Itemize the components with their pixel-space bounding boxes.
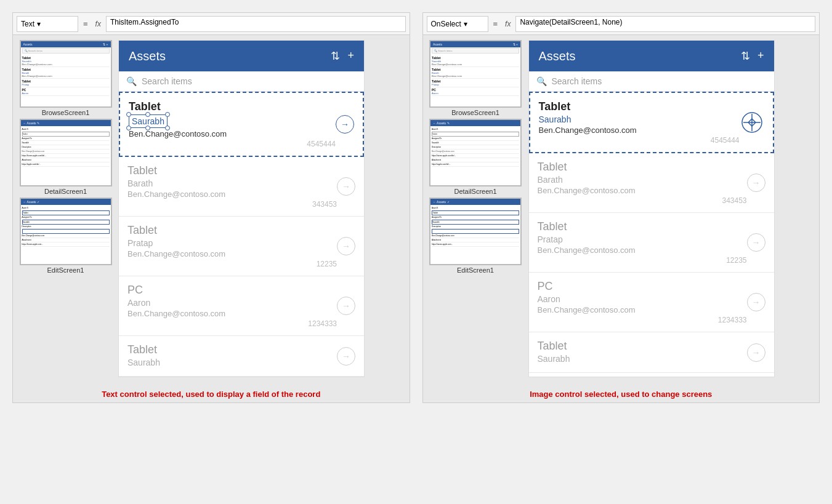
right-panel: OnSelect ▾ = fx Navigate(DetailScreen1, … — [422, 12, 820, 403]
right-edit-thumbnail[interactable]: ← Assets ✓ Asset S Tablet Assigned To Sa… — [429, 198, 522, 265]
right-app-title: Assets — [539, 49, 576, 63]
right-item-3-arrow[interactable]: → — [747, 293, 765, 311]
mini-body-browse: TabletSaurabhBen.Change@contoso.com Tabl… — [21, 54, 111, 106]
main-container: Text ▾ = fx ThisItem.AssignedTo Assets — [6, 6, 826, 409]
left-formula-bar: Text ▾ = fx ThisItem.AssignedTo — [13, 13, 410, 35]
right-item-2-title: Tablet — [538, 220, 747, 233]
right-search-placeholder: Search items — [552, 76, 602, 86]
right-formula-input[interactable]: Navigate(DetailScreen1, None) — [515, 16, 815, 32]
right-item-0-assigned: Saurabh — [539, 114, 740, 124]
left-item-0-arrow[interactable]: → — [336, 115, 354, 134]
right-item-0-crosshair[interactable] — [740, 110, 764, 135]
left-list-item-0[interactable]: Tablet Saurabh — [119, 92, 364, 157]
mini-body-detail: Asset S Tablet Assigned To Saurabh Descr… — [21, 126, 111, 185]
right-caption: Image control selected, used to change s… — [530, 390, 712, 399]
sort-icon[interactable]: ⇅ — [331, 49, 340, 63]
left-item-4-arrow[interactable]: → — [337, 347, 355, 366]
handle-br[interactable] — [165, 126, 170, 130]
left-list-item-2[interactable]: Tablet Pratap Ben.Change@contoso.com 122… — [119, 217, 364, 276]
right-item-2-number: 12235 — [538, 256, 747, 265]
right-item-4-arrow[interactable]: → — [747, 343, 765, 362]
left-caption: Text control selected, used to display a… — [102, 390, 320, 399]
right-browse-thumbnail[interactable]: Assets ⇅ + 🔍 Search items TabletSaurabhB… — [429, 40, 522, 108]
handle-bl[interactable] — [126, 126, 131, 130]
right-app-icons: ⇅ + — [741, 49, 764, 63]
left-edit-label: EditScreen1 — [47, 266, 84, 274]
right-sort-icon[interactable]: ⇅ — [741, 49, 750, 63]
left-browse-thumbnail[interactable]: Assets ⇅ + 🔍 Search items TabletSaurabhB… — [20, 40, 112, 108]
mini-body-edit: Asset S Tablet Assigned To Saurabh Descr… — [21, 205, 111, 264]
right-search-icon: 🔍 — [536, 76, 547, 86]
right-formula-bar: OnSelect ▾ = fx Navigate(DetailScreen1, … — [423, 13, 820, 35]
left-item-0-content: Tablet Saurabh — [129, 100, 336, 148]
right-item-4-title: Tablet — [538, 340, 747, 353]
left-edit-thumbnail[interactable]: ← Assets ✓ Asset S Tablet Assigned To Sa… — [20, 198, 112, 265]
left-list-item-1[interactable]: Tablet Barath Ben.Change@contoso.com 343… — [119, 157, 364, 217]
right-app-header: Assets ⇅ + — [529, 41, 774, 71]
left-item-2-assigned: Pratap — [127, 238, 337, 248]
right-item-1-arrow[interactable]: → — [747, 174, 765, 192]
left-detail-thumbnail[interactable]: ← Assets ✎ Asset S Tablet Assigned To Sa… — [20, 119, 112, 186]
right-sidebar-detail[interactable]: ← Assets ✎ Asset S Tablet Assigned To Sa… — [428, 119, 523, 195]
left-equals: = — [81, 19, 91, 28]
left-app-title: Assets — [129, 49, 166, 63]
left-sidebar-browse[interactable]: Assets ⇅ + 🔍 Search items TabletSaurabhB… — [18, 40, 113, 116]
left-item-4-title: Tablet — [127, 343, 337, 356]
left-item-1-title: Tablet — [127, 164, 337, 177]
right-sidebar-browse[interactable]: Assets ⇅ + 🔍 Search items TabletSaurabhB… — [428, 40, 523, 116]
left-list-item-4[interactable]: Tablet Saurabh → — [119, 336, 364, 377]
left-item-3-arrow[interactable]: → — [337, 297, 355, 315]
right-list-item-3[interactable]: PC Aaron Ben.Change@contoso.com 1234333 … — [529, 273, 774, 332]
left-item-0-assigned: Saurabh — [132, 116, 164, 126]
right-item-1-assigned: Barath — [538, 175, 747, 185]
right-equals: = — [491, 19, 501, 28]
left-sidebar-detail[interactable]: ← Assets ✎ Asset S Tablet Assigned To Sa… — [18, 119, 113, 195]
right-mini-body-edit: Asset S Tablet Assigned To Saurabh Descr… — [430, 205, 520, 264]
right-list-item-0[interactable]: Tablet Saurabh Ben.Change@contoso.com 45… — [529, 92, 774, 153]
left-item-1-arrow[interactable]: → — [337, 177, 355, 196]
left-panel: Text ▾ = fx ThisItem.AssignedTo Assets — [12, 12, 410, 403]
right-sidebar: Assets ⇅ + 🔍 Search items TabletSaurabhB… — [428, 40, 523, 377]
left-item-0-number: 4545444 — [129, 140, 336, 148]
add-icon[interactable]: + — [347, 49, 354, 63]
right-browse-label: BrowseScreen1 — [451, 109, 499, 116]
handle-tr[interactable] — [165, 112, 170, 117]
right-item-3-title: PC — [538, 280, 747, 293]
crosshair-svg — [741, 111, 763, 134]
right-dropdown-arrow: ▾ — [464, 20, 467, 28]
mini-header-detail: ← Assets ✎ — [21, 120, 111, 126]
left-item-4-assigned: Saurabh — [127, 358, 337, 367]
left-item-4-content: Tablet Saurabh — [127, 343, 337, 369]
right-detail-thumbnail[interactable]: ← Assets ✎ Asset S Tablet Assigned To Sa… — [429, 119, 522, 186]
left-app-icons: ⇅ + — [331, 49, 354, 63]
left-formula-dropdown[interactable]: Text ▾ — [17, 16, 78, 32]
left-search-bar[interactable]: 🔍 Search items — [119, 71, 364, 92]
left-sidebar: Assets ⇅ + 🔍 Search items TabletSaurabhB… — [18, 40, 113, 377]
right-detail-label: DetailScreen1 — [454, 188, 496, 195]
left-search-placeholder: Search items — [142, 76, 192, 86]
left-formula-input[interactable]: ThisItem.AssignedTo — [106, 16, 406, 32]
right-mini-header-detail: ← Assets ✎ — [430, 120, 520, 126]
left-sidebar-edit[interactable]: ← Assets ✓ Asset S Tablet Assigned To Sa… — [18, 198, 113, 274]
right-sidebar-edit[interactable]: ← Assets ✓ Asset S Tablet Assigned To Sa… — [428, 198, 523, 274]
right-add-icon[interactable]: + — [757, 49, 764, 63]
handle-tl[interactable] — [126, 112, 131, 117]
left-list-item-3[interactable]: PC Aaron Ben.Change@contoso.com 1234333 … — [119, 276, 364, 336]
right-list-item-1[interactable]: Tablet Barath Ben.Change@contoso.com 343… — [529, 153, 774, 213]
right-fx: fx — [503, 20, 513, 28]
left-browse-label: BrowseScreen1 — [42, 109, 90, 116]
left-item-3-email: Ben.Change@contoso.com — [127, 309, 337, 318]
right-mini-body-detail: Asset S Tablet Assigned To Saurabh Descr… — [430, 126, 520, 185]
right-item-2-arrow[interactable]: → — [747, 233, 765, 252]
right-list-item-4[interactable]: Tablet Saurabh → — [529, 332, 774, 373]
right-formula-dropdown[interactable]: OnSelect ▾ — [427, 16, 488, 32]
mini-header-browse: Assets ⇅ + — [21, 41, 111, 47]
right-list-item-2[interactable]: Tablet Pratap Ben.Change@contoso.com 122… — [529, 213, 774, 273]
left-item-2-arrow[interactable]: → — [337, 237, 355, 255]
right-search-bar[interactable]: 🔍 Search items — [529, 71, 774, 92]
right-item-2-content: Tablet Pratap Ben.Change@contoso.com 122… — [538, 220, 747, 265]
right-mini-search-browse: 🔍 Search items — [432, 48, 519, 54]
mini-header-edit: ← Assets ✓ — [21, 199, 111, 205]
left-item-0-title: Tablet — [129, 100, 336, 113]
left-caption-area: Text control selected, used to display a… — [13, 382, 410, 402]
